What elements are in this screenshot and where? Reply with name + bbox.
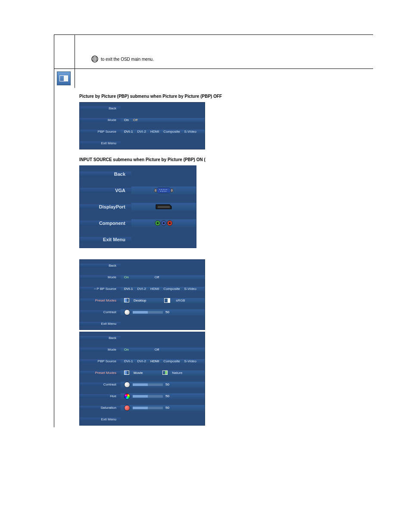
svg-point-20 [163, 222, 165, 224]
osd2-row-back[interactable]: Back [80, 166, 196, 182]
b-saturation-val: 50 [165, 406, 169, 410]
opt-mode-on[interactable]: On [124, 118, 129, 122]
b-row-saturation[interactable]: Saturation 50 [80, 402, 205, 414]
b-opt-dvi2[interactable]: DVI-2 [137, 359, 146, 363]
a-opt-on[interactable]: On [124, 275, 129, 279]
a-row-exit[interactable]: Exit Menu [80, 318, 205, 330]
a-opt-hdmi[interactable]: HDMI [150, 287, 159, 291]
a-row-back[interactable]: Back [80, 260, 205, 271]
svg-point-8 [163, 189, 164, 190]
b-opt-hdmi[interactable]: HDMI [150, 359, 159, 363]
a-row-contrast[interactable]: Contrast 50 [80, 306, 205, 318]
b-row-preset[interactable]: Preset Modes Movie Nature [80, 367, 205, 379]
label-mode: Mode [80, 118, 121, 122]
a-row-preset[interactable]: Preset Modes Desktop sRGB [80, 295, 205, 306]
b-opt-svideo[interactable]: S-Video [184, 359, 196, 363]
b-hue-slider[interactable]: 50 [124, 393, 169, 399]
a-label-contrast: Contrast [80, 310, 121, 314]
b-saturation-slider[interactable]: 50 [124, 405, 169, 411]
pbp-right-icon [164, 298, 170, 303]
b-opt-movie[interactable]: Movie [134, 371, 143, 375]
osd-row-pbp-source[interactable]: PBP Source DVI-1 DVI-2 HDMI Composite S-… [80, 126, 205, 137]
vga-connector-icon [154, 187, 174, 194]
b-label-saturation: Saturation [80, 406, 121, 410]
a-opt-dvi2[interactable]: DVI-2 [137, 287, 146, 291]
b-row-mode[interactable]: Mode On Off [80, 344, 205, 355]
pbp-left-icon [124, 298, 129, 303]
b-label-contrast: Contrast [80, 383, 121, 386]
a-opt-off[interactable]: Off [155, 275, 159, 279]
label-component: Component [80, 221, 131, 226]
opt-svideo[interactable]: S-Video [184, 130, 196, 134]
opt-hdmi[interactable]: HDMI [150, 130, 159, 134]
svg-rect-3 [64, 76, 68, 81]
label-back2: Back [80, 171, 131, 177]
a-opt-desktop[interactable]: Desktop [134, 299, 146, 302]
b-row-pbpsource[interactable]: PBP Source DVI-1 DVI-2 HDMI Composite S-… [80, 355, 205, 367]
opt-dvi2[interactable]: DVI-2 [137, 130, 146, 134]
a-label-back: Back [80, 264, 121, 268]
b-label-exit: Exit Menu [80, 417, 121, 421]
osd2-row-component[interactable]: Component [80, 215, 196, 231]
osd-pbp-off: Back Mode On Off PBP Source DVI-1 [79, 102, 205, 149]
svg-point-12 [162, 191, 163, 192]
a-label-mode: Mode [80, 275, 121, 279]
a-label-pbpsource: ↔PBP Source [80, 287, 121, 291]
a-opt-srgb[interactable]: sRGB [176, 299, 185, 302]
b-row-hue[interactable]: Hue 50 [80, 390, 205, 402]
svg-rect-27 [165, 371, 167, 374]
osd-pbp-on-b: Back Mode On Off PBP Source DVI-1 [79, 332, 205, 426]
b-label-pbpsource: PBP Source [80, 359, 121, 363]
svg-point-19 [157, 222, 159, 224]
b-label-back: Back [80, 336, 121, 340]
osd-row-mode[interactable]: Mode On Off [80, 114, 205, 126]
svg-rect-23 [125, 299, 127, 302]
osd-input-source: Back VGA DisplayPort [79, 165, 196, 248]
displayport-connector-icon [154, 203, 173, 211]
a-row-mode[interactable]: Mode On Off [80, 271, 205, 283]
pbp-left-icon-b [124, 370, 129, 376]
opt-mode-off[interactable]: Off [133, 118, 138, 122]
osd2-row-vga[interactable]: VGA [80, 182, 196, 199]
label-back: Back [80, 106, 121, 110]
a-row-pbpsource[interactable]: ↔PBP Source DVI-1 DVI-2 HDMI Composite S… [80, 283, 205, 295]
b-contrast-slider[interactable]: 50 [124, 382, 169, 388]
svg-point-14 [165, 191, 166, 192]
a-opt-dvi1[interactable]: DVI-1 [124, 287, 133, 291]
label-displayport: DisplayPort [80, 204, 131, 209]
label-exit: Exit Menu [80, 141, 121, 145]
b-hue-val: 50 [165, 394, 169, 398]
pbp-section-icon [57, 72, 71, 85]
a-opt-svideo[interactable]: S-Video [184, 287, 196, 291]
osd-row-exit[interactable]: Exit Menu [80, 137, 205, 149]
b-opt-nature[interactable]: Nature [172, 371, 182, 375]
b-opt-dvi1[interactable]: DVI-1 [124, 359, 133, 363]
opt-dvi1[interactable]: DVI-1 [124, 130, 133, 134]
svg-rect-15 [158, 206, 170, 208]
svg-point-7 [161, 189, 162, 190]
exit-menu-icon [91, 56, 98, 62]
b-opt-off[interactable]: Off [155, 348, 159, 352]
exit-osd-text: to exit the OSD main menu. [101, 57, 154, 62]
label-vga: VGA [80, 188, 131, 193]
osd-pbp-on-a: Back Mode On Off ↔PBP Source DVI-1 [79, 259, 205, 330]
b-opt-on[interactable]: On [124, 348, 129, 352]
b-label-preset: Preset Modes [80, 371, 121, 375]
heading-pbp-off: Picture by Picture (PBP) submenu when Pi… [79, 94, 369, 99]
b-row-back[interactable]: Back [80, 332, 205, 344]
a-contrast-slider[interactable]: 50 [124, 309, 169, 315]
opt-composite[interactable]: Composite [163, 130, 180, 134]
b-opt-composite[interactable]: Composite [163, 359, 180, 363]
osd2-row-displayport[interactable]: DisplayPort [80, 199, 196, 215]
a-contrast-val: 50 [165, 310, 169, 314]
b-row-exit[interactable]: Exit Menu [80, 414, 205, 425]
a-label-preset: Preset Modes [80, 299, 121, 302]
osd-row-back[interactable]: Back [80, 103, 205, 114]
svg-point-6 [159, 189, 160, 190]
osd2-row-exit[interactable]: Exit Menu [80, 231, 196, 248]
svg-point-21 [169, 222, 171, 224]
a-label-exit: Exit Menu [80, 322, 121, 326]
exit-osd-line: to exit the OSD main menu. [79, 56, 369, 68]
b-row-contrast[interactable]: Contrast 50 [80, 379, 205, 390]
a-opt-composite[interactable]: Composite [163, 287, 180, 291]
